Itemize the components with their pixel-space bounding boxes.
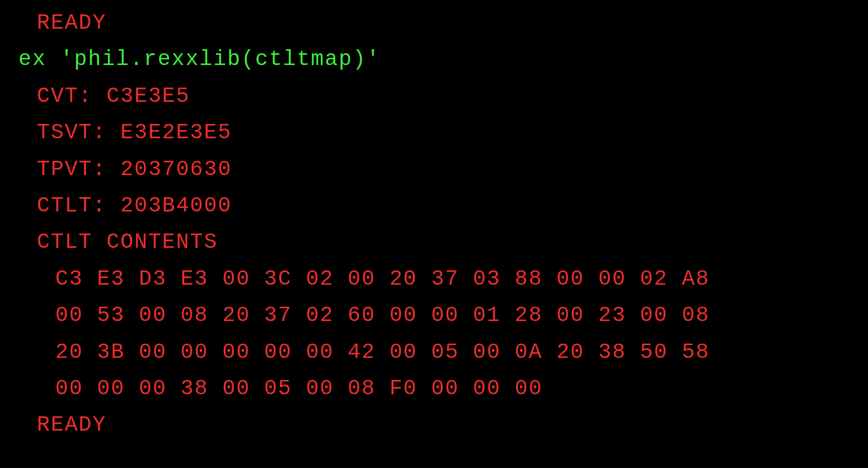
hex-row: 00 00 00 38 00 05 00 08 F0 00 00 00 (0, 371, 868, 407)
cvt-line: CVT: C3E3E5 (0, 78, 868, 115)
command-input[interactable]: ex 'phil.rexxlib(ctltmap)' (0, 41, 868, 78)
ready-prompt-1: READY (0, 5, 868, 41)
hex-row: 20 3B 00 00 00 00 00 42 00 05 00 0A 20 3… (0, 334, 868, 371)
tsvt-line: TSVT: E3E2E3E5 (0, 115, 868, 151)
hex-row: 00 53 00 08 20 37 02 60 00 00 01 28 00 2… (0, 297, 868, 334)
ctlt-contents-header: CTLT CONTENTS (0, 224, 868, 261)
tpvt-line: TPVT: 20370630 (0, 152, 868, 188)
ctlt-line: CTLT: 203B4000 (0, 188, 868, 224)
ready-prompt-2: READY (0, 407, 868, 443)
hex-row: C3 E3 D3 E3 00 3C 02 00 20 37 03 88 00 0… (0, 261, 868, 297)
